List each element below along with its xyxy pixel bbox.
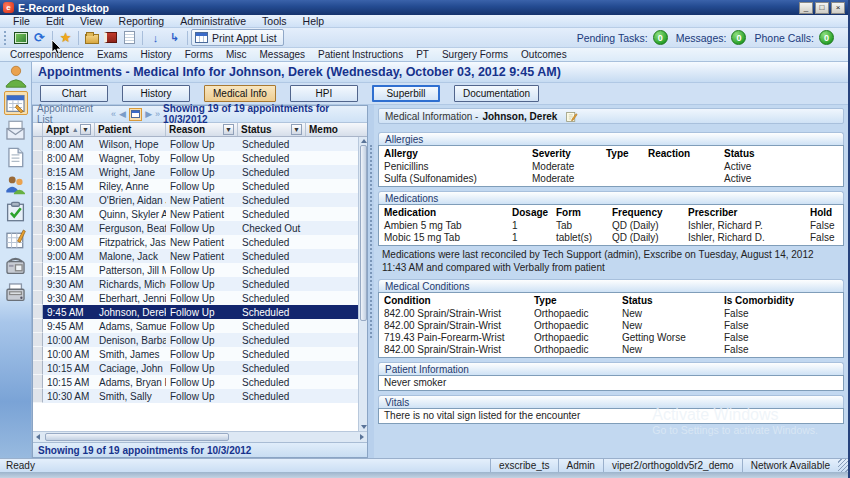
condition-row[interactable]: 719.43 Pain-Forearm-WristOrthopaedic Get…: [379, 331, 843, 343]
appointment-row[interactable]: 8:30 AM O'Brien, Aidan J. New Patient Sc…: [33, 193, 367, 207]
medication-row[interactable]: Ambien 5 mg Tab1Tab QD (Daily)Ishler, Ri…: [379, 219, 843, 231]
medication-row[interactable]: Mobic 15 mg Tab1tablet(s) QD (Daily)Ishl…: [379, 231, 843, 243]
view-subtab[interactable]: Medical Info: [204, 85, 276, 102]
allergy-row[interactable]: Sulfa (Sulfonamides)Moderate Active: [379, 172, 843, 184]
section-tab[interactable]: Exams: [91, 49, 134, 61]
menu-item[interactable]: View: [73, 15, 110, 27]
horizontal-scrollbar[interactable]: [33, 431, 367, 442]
minimize-icon[interactable]: _: [799, 2, 813, 14]
edit-icon[interactable]: [565, 110, 578, 123]
section-tab[interactable]: Surgery Forms: [436, 49, 514, 61]
patient-avatar-icon[interactable]: [4, 64, 28, 88]
view-subtab[interactable]: Chart: [40, 85, 108, 102]
sidebar-item-tasks[interactable]: [4, 199, 28, 223]
appointment-row[interactable]: 8:15 AM Riley, Anne Follow Up Scheduled: [33, 179, 367, 193]
condition-row[interactable]: 842.00 Sprain/Strain-WristOrthopaedic Ne…: [379, 319, 843, 331]
scroll-right-icon[interactable]: [360, 434, 364, 440]
appointment-row[interactable]: 9:30 AM Eberhart, Jennifer Follow Up Sch…: [33, 291, 367, 305]
patient-information-section-header[interactable]: Patient Information: [378, 362, 844, 375]
status-filter-dropdown-icon[interactable]: ▼: [291, 124, 302, 135]
nav-next-icon[interactable]: ▶: [145, 109, 152, 119]
maximize-icon[interactable]: □: [815, 2, 829, 14]
horizontal-scroll-thumb[interactable]: [45, 433, 229, 441]
menu-item[interactable]: Edit: [39, 15, 71, 27]
conditions-section-header[interactable]: Medical Conditions: [378, 279, 844, 292]
appointment-row[interactable]: 8:00 AM Wilson, Hope Follow Up Scheduled: [33, 137, 367, 151]
appointment-row[interactable]: 9:30 AM Richards, Michelle Follow Up Sch…: [33, 277, 367, 291]
open-folder-icon[interactable]: [83, 30, 100, 46]
resize-grip[interactable]: [838, 459, 848, 472]
sidebar-item-fax[interactable]: [4, 280, 28, 304]
ledger-icon[interactable]: [102, 30, 119, 46]
section-tab[interactable]: Forms: [179, 49, 219, 61]
menu-item[interactable]: Reporting: [112, 15, 172, 27]
section-tab[interactable]: Correspondence: [4, 49, 90, 61]
vertical-scrollbar[interactable]: [358, 137, 367, 431]
refresh-icon[interactable]: ⟳: [31, 30, 48, 46]
condition-row[interactable]: 842.00 Sprain/Strain-WristOrthopaedic Ne…: [379, 307, 843, 319]
menu-item[interactable]: Help: [296, 15, 332, 27]
appointment-row[interactable]: 10:15 AM Adams, Bryan R. Follow Up Sched…: [33, 375, 367, 389]
appointment-row[interactable]: 9:00 AM Fitzpatrick, Jason New Patient S…: [33, 235, 367, 249]
column-header-status[interactable]: Status ▼: [238, 123, 306, 136]
section-tab[interactable]: Outcomes: [515, 49, 573, 61]
nav-prev-icon[interactable]: ◀: [119, 109, 126, 119]
allergy-row[interactable]: PenicillinsModerate Active: [379, 160, 843, 172]
appointment-row[interactable]: 8:15 AM Wright, Jane Follow Up Scheduled: [33, 165, 367, 179]
nav-first-icon[interactable]: «: [111, 109, 116, 119]
view-subtab[interactable]: HPI: [290, 85, 358, 102]
view-subtab[interactable]: Superbill: [372, 85, 440, 102]
menu-item[interactable]: Tools: [255, 15, 294, 27]
menu-item[interactable]: Administrative: [173, 15, 253, 27]
section-tab[interactable]: Patient Instructions: [312, 49, 409, 61]
send-branch-icon[interactable]: ↳: [166, 30, 183, 46]
sidebar-item-phone[interactable]: [4, 253, 28, 277]
appointment-row[interactable]: 9:00 AM Malone, Jack New Patient Schedul…: [33, 249, 367, 263]
section-tab[interactable]: Messages: [254, 49, 312, 61]
sidebar-item-charges[interactable]: [4, 226, 28, 250]
sidebar-item-patients[interactable]: [4, 172, 28, 196]
vitals-section-header[interactable]: Vitals: [378, 395, 844, 408]
sidebar-item-documents[interactable]: [4, 145, 28, 169]
appointment-row[interactable]: 9:45 AM Adams, Samuel Follow Up Schedule…: [33, 319, 367, 333]
appointment-row[interactable]: 10:00 AM Smith, James Follow Up Schedule…: [33, 347, 367, 361]
medications-section-header[interactable]: Medications: [378, 191, 844, 204]
appointment-row[interactable]: 8:30 AM Ferguson, Beatriz Follow Up Chec…: [33, 221, 367, 235]
sidebar-item-schedule[interactable]: [4, 91, 28, 115]
phone-calls-counter[interactable]: Phone Calls: 0: [754, 30, 834, 45]
document-icon[interactable]: [121, 30, 138, 46]
send-down-icon[interactable]: ↓: [147, 30, 164, 46]
column-header-appt[interactable]: Appt ▲ ▼: [43, 123, 95, 136]
appointment-row[interactable]: 8:00 AM Wagner, Toby Follow Up Scheduled: [33, 151, 367, 165]
appointment-row[interactable]: 10:15 AM Caciage, John Follow Up Schedul…: [33, 361, 367, 375]
section-tab[interactable]: PT: [410, 49, 435, 61]
appt-filter-dropdown-icon[interactable]: ▼: [80, 124, 91, 135]
appointment-row[interactable]: 9:15 AM Patterson, Jill Marie Follow Up …: [33, 263, 367, 277]
section-tab[interactable]: Misc: [220, 49, 253, 61]
column-header-patient[interactable]: Patient: [95, 123, 166, 136]
print-appt-list-button[interactable]: Print Appt List: [191, 29, 284, 46]
nav-last-icon[interactable]: »: [155, 109, 160, 119]
reason-filter-dropdown-icon[interactable]: ▼: [223, 124, 234, 135]
column-header-memo[interactable]: Memo: [306, 123, 367, 136]
exam-room-icon[interactable]: [12, 30, 29, 46]
view-subtab[interactable]: Documentation: [454, 85, 539, 102]
appointment-row[interactable]: 9:45 AM Johnson, Derek Follow Up Schedul…: [33, 305, 367, 319]
nav-calendar-icon[interactable]: [129, 108, 142, 121]
menu-item[interactable]: File: [6, 15, 37, 27]
messages-counter[interactable]: Messages: 0: [676, 30, 747, 45]
appointment-row[interactable]: 10:30 AM Smith, Sally Follow Up Schedule…: [33, 389, 367, 403]
sidebar-item-correspondence[interactable]: [4, 118, 28, 142]
scroll-down-icon[interactable]: [361, 425, 367, 429]
pending-tasks-counter[interactable]: Pending Tasks: 0: [577, 30, 668, 45]
scroll-left-icon[interactable]: [36, 434, 40, 440]
column-header-reason[interactable]: Reason ▼: [166, 123, 238, 136]
close-icon[interactable]: ×: [831, 2, 845, 14]
view-subtab[interactable]: History: [122, 85, 190, 102]
vertical-scroll-thumb[interactable]: [360, 145, 367, 321]
appointment-row[interactable]: 10:00 AM Denison, Barbara Follow Up Sche…: [33, 333, 367, 347]
allergies-section-header[interactable]: Allergies: [378, 132, 844, 145]
scroll-up-icon[interactable]: [361, 139, 367, 143]
condition-row[interactable]: 842.00 Sprain/Strain-WristOrthopaedic Ne…: [379, 343, 843, 355]
appointment-row[interactable]: 8:30 AM Quinn, Skyler A. New Patient Sch…: [33, 207, 367, 221]
